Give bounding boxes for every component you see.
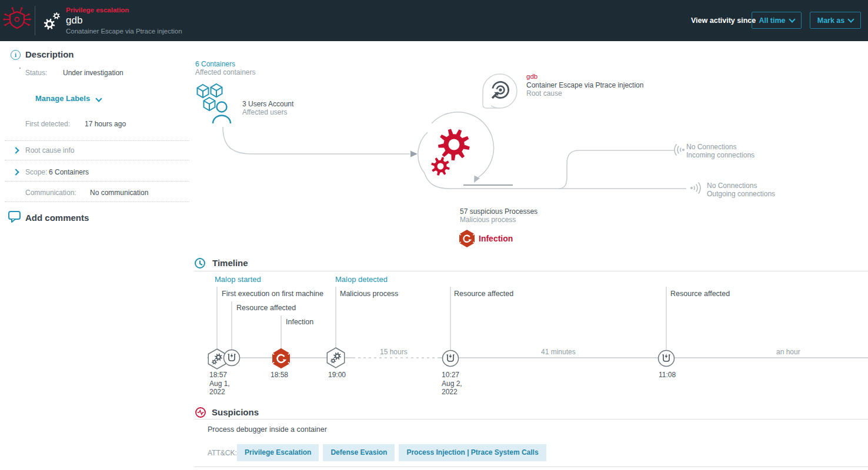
manage-labels-label: Manage Labels (35, 94, 90, 103)
marker-time: 10:27 (442, 371, 462, 380)
status-bullet (19, 68, 21, 69)
mark-as-dropdown[interactable]: Mark as (810, 12, 861, 29)
suspicions-title: Suspicions (212, 407, 259, 417)
root-cause-info-row[interactable]: Root cause info (25, 146, 74, 155)
first-detected-label: First detected: (25, 120, 70, 128)
chevron-down-icon (789, 16, 795, 22)
suspicious-processes-value[interactable]: 57 suspicious Processes (460, 207, 538, 216)
timeline-gap-label: 15 hours (380, 348, 408, 356)
timeline-title: Timeline (212, 258, 248, 268)
suspicions-pulse-icon (196, 408, 205, 417)
root-cause-name[interactable]: gdb (526, 73, 538, 80)
timeline-event: First execution on first machine (222, 290, 323, 298)
affected-containers-users-icon[interactable] (198, 84, 231, 123)
timeline-event: Resource affected (670, 290, 730, 298)
header-divider (35, 6, 35, 35)
timeline-event: Resource affected (454, 290, 513, 298)
chevron-down-icon (95, 95, 102, 102)
attack-tag[interactable]: Defense Evasion (323, 444, 395, 461)
process-marker-icon[interactable] (208, 349, 225, 369)
malop-detected-label: Malop detected (335, 275, 388, 284)
timeline-gap-label: 41 minutes (541, 348, 576, 356)
timeline-event: Malicious process (340, 290, 398, 298)
time-filter-dropdown[interactable]: All time (752, 12, 802, 29)
chevron-down-icon (848, 16, 854, 22)
attack-label: ATT&CK: (208, 449, 237, 457)
scope-label[interactable]: Scope: (25, 168, 47, 176)
suspicious-processes-label: Malicious process (460, 216, 516, 224)
description-title: Description (25, 49, 74, 59)
manage-labels-button[interactable]: Manage Labels (35, 94, 101, 103)
timeline-event: Resource affected (236, 304, 296, 312)
malicious-process-gears-icon[interactable] (431, 129, 470, 175)
malop-subtitle: Conatainer Escape via Ptrace injection (66, 28, 182, 35)
marker-year: 2022 (209, 388, 230, 397)
infection-link[interactable]: Infection (479, 234, 513, 243)
malop-started-label: Malop started (215, 275, 261, 284)
process-marker-icon[interactable] (327, 348, 344, 368)
affected-containers-label: Affected containers (195, 68, 256, 76)
divider (5, 181, 189, 182)
malop-category: Privilege escalation (66, 6, 129, 14)
affected-users-value[interactable]: 3 Users Account (242, 100, 293, 108)
attack-tag[interactable]: Privilege Escalation (237, 444, 319, 461)
graph-connectors (223, 112, 686, 189)
add-comments-button[interactable]: Add comments (25, 213, 89, 223)
first-detected-value: 17 hours ago (85, 120, 126, 128)
outgoing-connections-icon (690, 182, 700, 193)
marker-date: Aug 2, (442, 380, 462, 388)
infection-badge-icon[interactable] (459, 230, 475, 247)
infection-marker-icon[interactable] (272, 348, 290, 369)
root-cause-label: Root cause (526, 89, 562, 98)
section-rule (194, 419, 868, 419)
attack-tag[interactable]: Process Injection | Ptrace System Calls (399, 444, 546, 461)
comment-icon[interactable] (9, 212, 20, 222)
view-activity-label: View activity since (691, 16, 756, 25)
communication-label: Communication: (25, 189, 76, 197)
timeline-marker-timestamp: 11:08 (659, 371, 676, 379)
chevron-right-icon[interactable] (12, 169, 19, 175)
timeline-marker-timestamp: 19:00 (328, 371, 346, 379)
info-icon: i (11, 50, 21, 60)
incoming-connections-icon (675, 144, 685, 155)
outgoing-connections-label: Outgoing connections (707, 190, 775, 198)
affected-containers-link[interactable]: 6 Containers (195, 60, 235, 68)
timeline-marker-timestamp: 10:27 Aug 2, 2022 (442, 371, 462, 397)
status-value: Under investigation (63, 69, 123, 77)
graph-and-icons-layer (0, 0, 868, 470)
timeline-event: Infection (286, 318, 313, 326)
status-label: Status: (25, 69, 47, 77)
resource-marker-icon[interactable] (443, 351, 459, 367)
timeline-gap-label: an hour (776, 348, 800, 356)
divider (5, 202, 189, 202)
suspicion-finding[interactable]: Process debugger inside a container (208, 425, 327, 434)
timeline-marker-timestamp: 18:57 Aug 1, 2022 (209, 371, 230, 397)
section-rule (194, 466, 868, 467)
marker-date: Aug 1, (209, 380, 230, 388)
affected-users-label: Affected users (242, 108, 288, 116)
root-cause-desc: Container Escape via Ptrace injection (526, 81, 643, 89)
outgoing-connections-value: No Connections (707, 182, 757, 190)
chevron-right-icon[interactable] (12, 147, 19, 153)
timeline-marker-timestamp: 18:58 (271, 371, 288, 379)
divider (5, 160, 189, 160)
malop-title: gdb (66, 15, 82, 26)
marker-time: 18:57 (209, 371, 230, 380)
root-cause-icon[interactable] (480, 74, 517, 110)
resource-marker-icon[interactable] (224, 350, 240, 366)
marker-year: 2022 (442, 388, 462, 397)
time-filter-value: All time (759, 16, 785, 25)
incoming-connections-value: No Connections (686, 143, 736, 151)
incoming-connections-label: Incoming connections (686, 151, 755, 159)
resource-marker-icon[interactable] (659, 351, 675, 367)
communication-value: No communication (90, 189, 148, 197)
section-rule (194, 271, 868, 271)
malop-detail-page: Privilege escalation gdb Conatainer Esca… (0, 0, 868, 470)
mark-as-label: Mark as (817, 16, 845, 25)
clock-icon (195, 258, 205, 268)
divider (5, 140, 189, 141)
scope-value[interactable]: 6 Containers (49, 168, 89, 176)
attack-tags: Privilege Escalation Defense Evasion Pro… (237, 444, 546, 461)
